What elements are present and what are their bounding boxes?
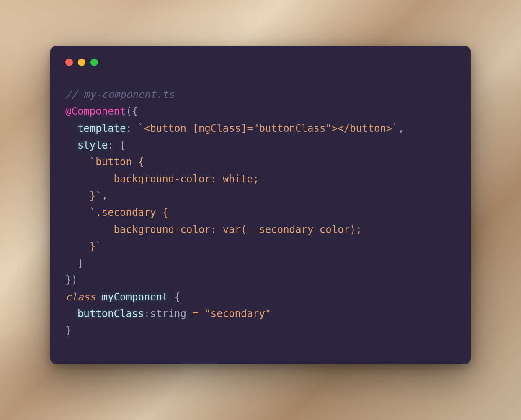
prop-colon: : — [144, 308, 150, 320]
property-name: buttonClass — [77, 308, 144, 320]
paren-close: }) — [65, 274, 77, 286]
property-type: string — [150, 308, 186, 320]
style-rule-1-line1: `button { — [90, 156, 144, 168]
class-keyword: class — [65, 291, 95, 303]
paren-open: ({ — [126, 105, 138, 117]
brace-open: { — [168, 291, 181, 303]
colon: : — [108, 139, 120, 151]
style-key: style — [77, 139, 108, 151]
style-rule-1-line3: }` — [65, 190, 102, 202]
property-value: "secondary" — [204, 308, 271, 320]
bracket-open: [ — [120, 139, 126, 151]
template-key: template — [77, 123, 126, 134]
code-block: // my-component.ts @Component({ template… — [65, 86, 456, 339]
close-icon[interactable] — [65, 59, 73, 66]
colon: : — [126, 123, 138, 134]
zoom-icon[interactable] — [90, 59, 98, 66]
style-rule-2-line1: `.secondary { — [90, 207, 168, 218]
bracket-close: ] — [77, 257, 83, 269]
code-comment: // my-component.ts — [65, 89, 174, 100]
traffic-lights — [65, 59, 456, 66]
style-rule-2-line2: background-color: var(--secondary-color)… — [65, 224, 362, 236]
decorator-name: Component — [71, 105, 126, 117]
brace-close: } — [65, 325, 71, 336]
comma: , — [398, 123, 404, 134]
template-value: `<button [ngClass]="buttonClass"></butto… — [138, 123, 398, 134]
class-name: myComponent — [102, 291, 168, 303]
code-window: // my-component.ts @Component({ template… — [50, 46, 471, 364]
comma: , — [102, 190, 108, 202]
style-rule-1-line2: background-color: white; — [65, 173, 259, 185]
decorator-at: @ — [65, 105, 71, 117]
equals: = — [186, 308, 204, 320]
minimize-icon[interactable] — [78, 59, 85, 66]
style-rule-2-line3: }` — [65, 241, 102, 252]
